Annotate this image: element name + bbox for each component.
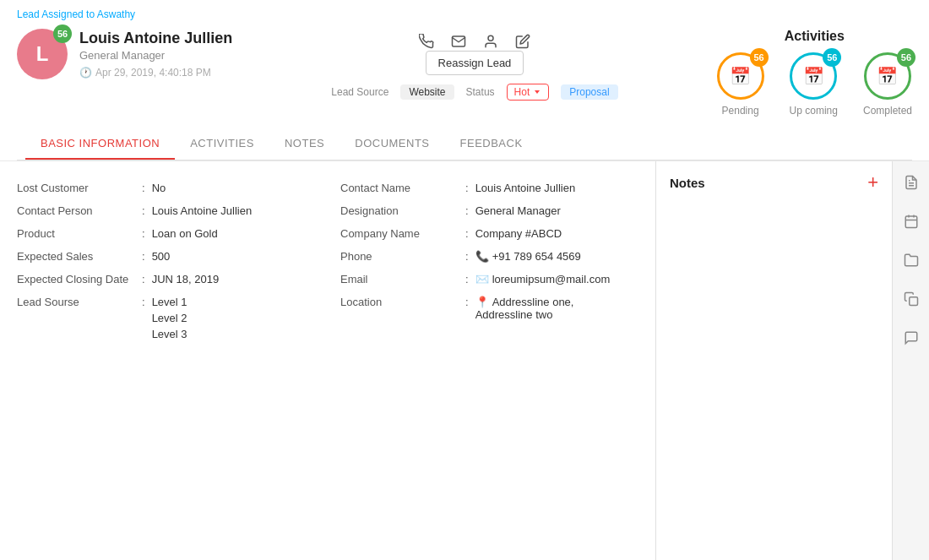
val-email: ✉️loreumipsum@mail.com [475,273,611,285]
val-product: Loan on Gold [152,227,218,240]
row-expected-closing-date: Expected Closing Date : JUN 18, 2019 [17,268,315,291]
status-label: Status [466,86,495,98]
sidebar-folder-icon[interactable] [899,247,924,273]
row-product: Product : Loan on Gold [17,222,315,245]
info-grid: Lost Customer : No Contact Person : Loui… [17,177,638,345]
sidebar-document-icon[interactable] [899,170,924,195]
notes-add-button[interactable]: + [867,173,878,192]
contact-title: General Manager [79,49,232,62]
activity-completed: 56 📅 Completed [863,52,912,117]
key-contact-person: Contact Person [17,204,142,217]
key-lost-customer: Lost Customer [17,182,142,194]
main-container: Lead Assigned to Aswathy L 56 Louis Anto… [0,0,929,560]
content-area: Lost Customer : No Contact Person : Loui… [0,161,929,560]
activity-circle-upcoming: 56 📅 [790,52,837,100]
contact-info: Louis Antoine Jullien General Manager 🕐 … [79,30,232,79]
completed-label: Completed [863,105,912,117]
tabs-row: BASIC INFORMATION ACTIVITIES NOTES DOCUM… [17,128,912,160]
row-contact-name: Contact Name : Louis Antoine Jullien [340,177,638,199]
val-location: 📍Addressline one,Addressline two [475,296,574,321]
svg-point-0 [488,35,493,41]
action-icons [417,32,532,51]
row-phone: Phone : 📞+91 789 654 4569 [340,245,638,268]
proposal-badge: Proposal [561,84,617,100]
val-designation: General Manager [475,204,561,217]
val-phone: 📞+91 789 654 4569 [475,250,581,263]
info-col-left: Lost Customer : No Contact Person : Loui… [17,177,315,345]
activity-circle-completed: 56 📅 [864,52,911,100]
val-contact-person: Louis Antoine Jullien [152,204,253,217]
lead-source-label: Lead Source [331,86,388,98]
info-section: Lost Customer : No Contact Person : Loui… [0,161,655,361]
completed-icon: 📅 [877,66,898,86]
svg-rect-4 [905,216,917,228]
lead-level-3: Level 3 [152,328,187,340]
key-expected-sales: Expected Sales [17,250,142,263]
row-location: Location : 📍Addressline one,Addressline … [340,291,638,326]
email-action-icon[interactable] [449,32,468,51]
svg-marker-1 [535,90,540,94]
key-contact-name: Contact Name [340,182,465,194]
center-section: Reassign Lead Lead Source Website Status… [331,32,617,101]
person-action-icon[interactable] [481,32,500,51]
lead-source-value: Website [400,84,454,100]
activities-section: Activities 56 📅 Pending 56 � [717,29,912,117]
assigned-to: Aswathy [97,8,135,20]
key-lead-source: Lead Sourse [17,296,142,308]
row-lost-customer: Lost Customer : No [17,177,315,199]
tab-activities[interactable]: ACTIVITIES [175,128,269,160]
key-expected-closing-date: Expected Closing Date [17,273,142,285]
val-expected-closing-date: JUN 18, 2019 [152,273,220,285]
sidebar-calendar-icon[interactable] [899,209,924,234]
avatar-letter: L [36,42,49,66]
completed-badge: 56 [897,48,915,67]
info-col-right: Contact Name : Louis Antoine Jullien Des… [340,177,638,345]
avatar: L 56 [17,29,68,79]
row-expected-sales: Expected Sales : 500 [17,245,315,268]
activity-circle-pending: 56 📅 [717,52,764,100]
tab-documents[interactable]: DOCUMENTS [340,128,444,160]
svg-rect-8 [909,297,917,306]
pending-label: Pending [722,105,759,117]
notes-title: Notes [670,176,705,190]
upcoming-badge: 56 [823,48,841,67]
tab-feedback[interactable]: FEEDBACK [445,128,538,160]
sidebar-chat-icon[interactable] [899,325,924,351]
lead-assigned-label: Lead Assigned to [17,8,97,20]
status-value: Hot [514,86,530,98]
activity-pending: 56 📅 Pending [717,52,764,117]
reassign-lead-button[interactable]: Reassign Lead [426,51,524,75]
phone-icon-inline: 📞 [475,250,489,263]
key-phone: Phone [340,250,465,263]
val-company-name: Company #ABCD [475,227,562,240]
val-expected-sales: 500 [152,250,171,263]
activities-title: Activities [785,29,845,44]
row-contact-person: Contact Person : Louis Antoine Jullien [17,199,315,222]
sidebar-icons [892,161,929,560]
notes-panel: Notes + [655,161,892,560]
notes-header: Notes + [670,173,878,192]
main-content: Lost Customer : No Contact Person : Loui… [0,161,655,560]
phone-action-icon[interactable] [417,32,436,51]
status-dropdown[interactable]: Hot [507,84,550,101]
key-designation: Designation [340,204,465,217]
header-main-row: L 56 Louis Antoine Jullien General Manag… [17,29,912,117]
val-contact-name: Louis Antoine Jullien [475,182,576,194]
header: Lead Assigned to Aswathy L 56 Louis Anto… [0,0,929,161]
pending-icon: 📅 [730,66,751,86]
val-lost-customer: No [152,182,166,194]
tab-notes[interactable]: NOTES [269,128,340,160]
sidebar-copy-icon[interactable] [899,286,924,312]
upcoming-label: Up coming [790,105,838,117]
upcoming-icon: 📅 [803,66,824,86]
pending-badge: 56 [750,48,769,67]
key-product: Product [17,227,142,240]
tab-basic-information[interactable]: BASIC INFORMATION [25,128,175,160]
row-designation: Designation : General Manager [340,199,638,222]
activities-circles: 56 📅 Pending 56 📅 Up coming [717,52,912,117]
val-lead-source: Level 1 Level 2 Level 3 [152,296,187,340]
location-icon-inline: 📍 [475,296,489,308]
lead-level-2: Level 2 [152,312,187,324]
edit-action-icon[interactable] [513,32,532,51]
key-location: Location [340,296,465,308]
